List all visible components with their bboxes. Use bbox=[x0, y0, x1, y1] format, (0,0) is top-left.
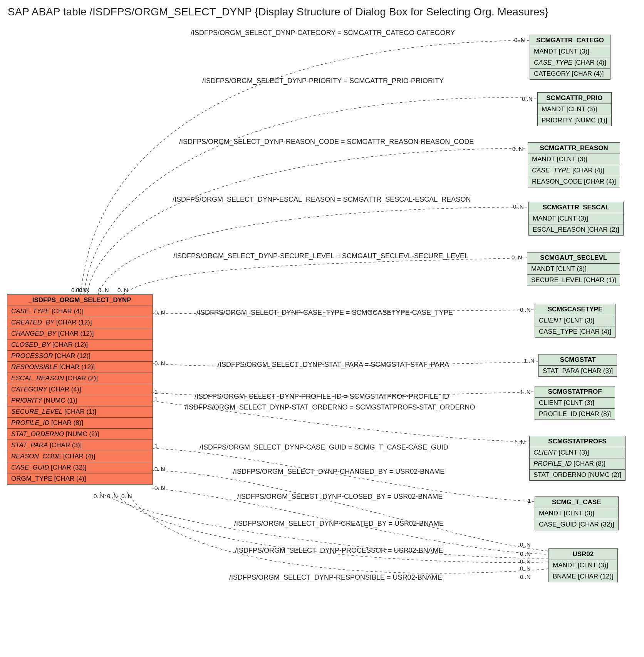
cardinality-left: 1 bbox=[154, 443, 158, 449]
entity-main-row: CREATED_BY [CHAR (12)] bbox=[7, 317, 153, 328]
entity-casetype: SCMGCASETYPECLIENT [CLNT (3)]CASE_TYPE [… bbox=[535, 304, 615, 338]
field-type: [CLNT (3)] bbox=[554, 265, 587, 272]
cardinality-right: 0..N bbox=[512, 254, 522, 261]
field-type: [CHAR (4)] bbox=[52, 475, 86, 482]
field-type: [CHAR (1)] bbox=[62, 408, 96, 415]
entity-row: PROFILE_ID [CHAR (8)] bbox=[535, 409, 615, 420]
edge-label: /ISDFPS/ORGM_SELECT_DYNP-PRIORITY = SCMG… bbox=[202, 77, 444, 85]
cardinality-right: 0..N bbox=[520, 550, 531, 557]
field-type: [CHAR (4)] bbox=[47, 386, 81, 393]
field-name: CREATED_BY bbox=[11, 319, 54, 326]
entity-catego: SCMGATTR_CATEGOMANDT [CLNT (3)]CASE_TYPE… bbox=[530, 35, 610, 80]
cardinality-left: 0..N bbox=[154, 309, 165, 316]
field-type: [CHAR (4)] bbox=[61, 453, 95, 460]
edge-path bbox=[152, 470, 548, 551]
entity-main-header: _ISDFPS_ORGM_SELECT_DYNP bbox=[7, 295, 153, 306]
cardinality-right: 0..N bbox=[514, 37, 525, 43]
cardinality-right: 0..N bbox=[520, 565, 531, 572]
field-name: CASE_TYPE bbox=[539, 328, 577, 335]
field-type: [CHAR (4)] bbox=[570, 70, 604, 77]
field-type: [CHAR (4)] bbox=[572, 59, 606, 66]
field-name: CLIENT bbox=[539, 399, 562, 406]
entity-header: SCMGSTAT bbox=[539, 354, 617, 366]
field-type: [CHAR (2)] bbox=[64, 374, 98, 382]
entity-main-row: CASE_GUID [CHAR (32)] bbox=[7, 462, 153, 473]
field-name: RESPONSIBLE bbox=[11, 363, 57, 371]
field-type: [CHAR (12)] bbox=[57, 363, 95, 371]
field-type: [CHAR (8)] bbox=[49, 419, 83, 426]
cardinality-right: 1..N bbox=[514, 439, 525, 445]
entity-row: REASON_CODE [CHAR (4)] bbox=[528, 176, 620, 187]
field-type: [CHAR (3)] bbox=[579, 367, 613, 374]
edge-path bbox=[123, 258, 527, 294]
field-name: BNAME bbox=[553, 573, 576, 580]
cardinality-left: 0..N bbox=[154, 484, 165, 491]
field-type: [NUMC (1)] bbox=[572, 117, 607, 124]
field-type: [NUMC (1)] bbox=[42, 397, 77, 404]
cardinality-right: 1 bbox=[528, 497, 531, 504]
edge-label: /ISDFPS/ORGM_SELECT_DYNP-STAT_PARA = SCM… bbox=[218, 361, 449, 369]
field-type: [CHAR (8)] bbox=[572, 460, 605, 467]
page-title: SAP ABAP table /ISDFPS/ORGM_SELECT_DYNP … bbox=[8, 6, 548, 18]
field-type: [CHAR (2)] bbox=[585, 226, 619, 233]
entity-row: STAT_PARA [CHAR (3)] bbox=[539, 366, 617, 376]
entity-row: BNAME [CHAR (12)] bbox=[549, 571, 617, 582]
field-type: [CLNT (3)] bbox=[562, 399, 594, 406]
entity-main-row: SECURE_LEVEL [CHAR (1)] bbox=[7, 406, 153, 418]
cardinality-right: 0..N bbox=[520, 306, 531, 313]
entity-row: CLIENT [CLNT (3)] bbox=[535, 398, 615, 409]
entity-main-row: STAT_PARA [CHAR (3)] bbox=[7, 440, 153, 451]
entity-seclevl: SCMGAUT_SECLEVLMANDT [CLNT (3)]SECURE_LE… bbox=[527, 252, 620, 286]
edge-label: /ISDFPS/ORGM_SELECT_DYNP-CHANGED_BY = US… bbox=[233, 468, 444, 476]
field-name: CLIENT bbox=[533, 449, 557, 456]
cardinality-left: 0..N bbox=[154, 360, 165, 366]
field-name: CASE_TYPE bbox=[532, 167, 570, 174]
entity-sescal: SCMGATTR_SESCALMANDT [CLNT (3)]ESCAL_REA… bbox=[528, 202, 624, 236]
field-type: [CHAR (12)] bbox=[54, 319, 92, 326]
cardinality-right: 0..N bbox=[513, 203, 524, 210]
edge-label: /ISDFPS/ORGM_SELECT_DYNP-PROCESSOR = USR… bbox=[235, 547, 443, 555]
edge-label: /ISDFPS/ORGM_SELECT_DYNP-PROFILE_ID = SC… bbox=[195, 393, 449, 401]
entity-main-row: ORGM_TYPE [CHAR (4)] bbox=[7, 473, 153, 484]
field-name: PROFILE_ID bbox=[533, 460, 572, 467]
field-name: CASE_GUID bbox=[11, 464, 49, 471]
field-type: [CHAR (4)] bbox=[577, 328, 611, 335]
field-name: SECURE_LEVEL bbox=[11, 408, 62, 415]
field-name: CASE_TYPE bbox=[534, 59, 572, 66]
field-name: SECURE_LEVEL bbox=[531, 276, 582, 284]
edge-label: /ISDFPS/ORGM_SELECT_DYNP-CASE_GUID = SCM… bbox=[200, 443, 448, 451]
entity-row: MANDT [CLNT (3)] bbox=[529, 213, 623, 224]
field-type: [CLNT (3)] bbox=[556, 215, 588, 222]
entity-header: SCMGATTR_REASON bbox=[528, 143, 620, 154]
field-name: MANDT bbox=[553, 562, 576, 569]
cardinality-left: 0..N bbox=[117, 287, 128, 293]
edge-label: /ISDFPS/ORGM_SELECT_DYNP-SECURE_LEVEL = … bbox=[173, 252, 468, 260]
field-name: PRIORITY bbox=[542, 117, 572, 124]
entity-main-row: PRIORITY [NUMC (1)] bbox=[7, 395, 153, 406]
cardinality-left: 0..N bbox=[107, 493, 118, 499]
field-type: [CLNT (3)] bbox=[555, 155, 587, 163]
edge-label: /ISDFPS/ORGM_SELECT_DYNP-STAT_ORDERNO = … bbox=[185, 403, 475, 411]
field-type: [NUMC (2)] bbox=[64, 430, 99, 438]
entity-row: CLIENT [CLNT (3)] bbox=[535, 315, 615, 326]
entity-statprof: SCMGSTATPROFCLIENT [CLNT (3)]PROFILE_ID … bbox=[535, 386, 615, 420]
field-type: [CHAR (1)] bbox=[582, 276, 616, 284]
field-type: [CHAR (12)] bbox=[576, 573, 613, 580]
entity-row: MANDT [CLNT (3)] bbox=[530, 46, 610, 57]
cardinality-left: 0..N bbox=[79, 287, 90, 293]
entity-main-row: PROCESSOR [CHAR (12)] bbox=[7, 351, 153, 362]
entity-main-row: CHANGED_BY [CHAR (12)] bbox=[7, 328, 153, 339]
field-type: [CHAR (12)] bbox=[50, 341, 88, 348]
entity-row: MANDT [CLNT (3)] bbox=[535, 508, 618, 519]
entity-reason: SCMGATTR_REASONMANDT [CLNT (3)]CASE_TYPE… bbox=[528, 142, 620, 187]
entity-header: SCMGAUT_SECLEVL bbox=[527, 252, 620, 264]
field-name: STAT_ORDERNO bbox=[11, 430, 64, 438]
entity-main-row: PROFILE_ID [CHAR (8)] bbox=[7, 418, 153, 429]
edge-label: /ISDFPS/ORGM_SELECT_DYNP-CREATED_BY = US… bbox=[234, 520, 444, 528]
entity-header: SCMGSTATPROFS bbox=[530, 436, 625, 447]
entity-usr02: USR02MANDT [CLNT (3)]BNAME [CHAR (12)] bbox=[548, 548, 618, 582]
entity-row: CLIENT [CLNT (3)] bbox=[530, 447, 625, 458]
edge-label: /ISDFPS/ORGM_SELECT_DYNP-CASE_TYPE = SCM… bbox=[196, 309, 453, 317]
entity-main-row: CASE_TYPE [CHAR (4)] bbox=[7, 306, 153, 317]
field-name: ORGM_TYPE bbox=[11, 475, 52, 482]
